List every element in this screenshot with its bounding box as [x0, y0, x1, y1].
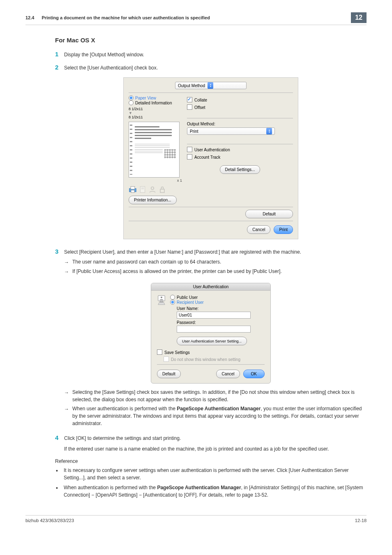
collate-checkbox[interactable]: Collate	[187, 97, 293, 102]
page-icon	[138, 186, 147, 193]
user-authentication-checkbox[interactable]: User Authentication	[187, 147, 293, 152]
server-setting-button[interactable]: User Authentication Server Setting...	[177, 337, 247, 345]
recipient-user-radio[interactable]: Recipient User	[170, 300, 265, 305]
step-number: 4	[55, 434, 64, 441]
chapter-tab: 12	[351, 12, 367, 23]
user-authentication-dialog: User Authentication Public User	[151, 283, 271, 384]
offset-checkbox[interactable]: Offset	[187, 104, 293, 110]
paper-view-radio[interactable]: Paper View	[129, 95, 182, 100]
list-item: It is necessary to configure server sett…	[64, 467, 367, 481]
svg-rect-7	[160, 189, 164, 192]
no-show-checkbox: Do not show this window when setting	[164, 356, 265, 362]
save-settings-checkbox[interactable]: Save Settings	[157, 349, 265, 355]
password-field[interactable]	[177, 326, 251, 333]
default-button[interactable]: Default	[157, 370, 181, 378]
list-item: When user authentication is performed wi…	[72, 405, 367, 427]
footer-model: bizhub 423/363/283/223	[25, 518, 74, 523]
svg-rect-3	[140, 187, 145, 193]
ok-button[interactable]: OK	[243, 370, 265, 378]
paper-size-label: 8 1/2x11	[129, 115, 182, 119]
dialog-title: User Authentication	[151, 283, 270, 291]
svg-rect-10	[160, 301, 163, 302]
svg-point-9	[161, 297, 162, 298]
user-icon	[148, 186, 157, 193]
print-button[interactable]: Print	[274, 225, 293, 234]
username-label: User Name:	[177, 306, 265, 311]
step-text: Click [OK] to determine the settings and…	[64, 435, 181, 441]
reference-heading: Reference	[55, 458, 367, 464]
list-item: If [Public User Access] access is allowe…	[72, 268, 282, 275]
paper-preview	[129, 122, 180, 178]
printer-information-button[interactable]: Printer Information...	[129, 196, 177, 204]
step-number: 3	[55, 248, 64, 255]
output-method-dialog: Output Method ▴▾ Paper View Detailed Inf…	[123, 77, 298, 239]
copies-label: x 1	[129, 178, 182, 183]
paper-size-label: 8 1/2x11	[129, 107, 182, 111]
svg-point-6	[151, 187, 154, 190]
detail-settings-button[interactable]: Detail Settings...	[220, 165, 261, 174]
user-icon	[157, 295, 166, 305]
step-extra: If the entered user name is a name enabl…	[64, 445, 367, 453]
step-number: 2	[55, 64, 64, 71]
list-item: When authentication is performed with th…	[64, 484, 367, 499]
section-title: Printing a document on the machine for w…	[42, 15, 347, 20]
detailed-info-radio[interactable]: Detailed Information	[129, 100, 182, 105]
cancel-button[interactable]: Cancel	[247, 225, 270, 234]
default-button[interactable]: Default	[245, 210, 293, 218]
output-method-select[interactable]: Print ▴▾	[187, 127, 275, 135]
step-number: 1	[55, 51, 64, 58]
subheading: For Mac OS X	[55, 37, 367, 44]
list-item: The user name and password can each cont…	[72, 258, 221, 266]
section-number: 12.4	[25, 15, 34, 20]
username-field[interactable]: User01	[177, 312, 251, 319]
step-text: Select [Recipient User], and then enter …	[64, 249, 301, 255]
cancel-button[interactable]: Cancel	[216, 370, 240, 378]
account-track-checkbox[interactable]: Account Track	[187, 154, 293, 160]
step-text: Select the [User Authentication] check b…	[64, 64, 367, 72]
public-user-radio[interactable]: Public User	[170, 295, 265, 300]
password-label: Password:	[177, 320, 265, 325]
select-arrows-icon: ▴▾	[208, 82, 213, 89]
printer-icon	[129, 186, 137, 193]
svg-rect-2	[131, 190, 134, 193]
tab-select-label: Output Method	[178, 83, 205, 88]
tab-select[interactable]: Output Method ▴▾	[175, 82, 247, 89]
list-item: Selecting the [Save Settings] check box …	[72, 388, 367, 403]
lock-icon	[158, 186, 166, 193]
footer-page: 12-18	[355, 518, 367, 523]
select-arrows-icon: ▴▾	[266, 128, 272, 134]
svg-rect-1	[131, 187, 135, 190]
output-method-label: Output Method:	[187, 122, 293, 126]
step-text: Display the [Output Method] window.	[64, 51, 367, 58]
